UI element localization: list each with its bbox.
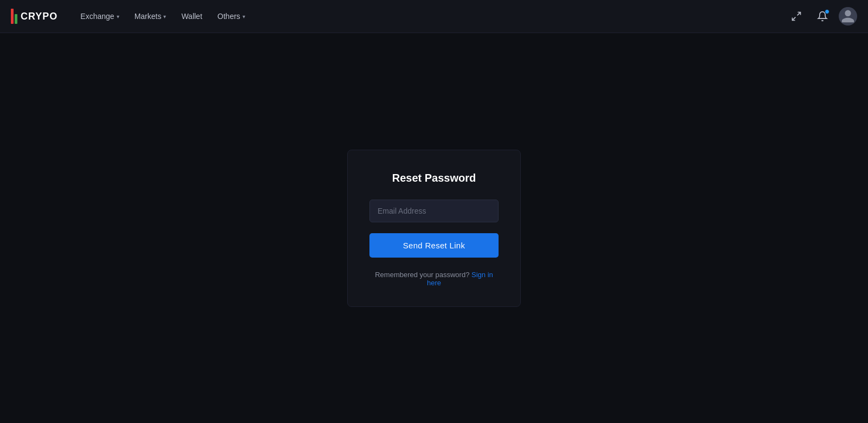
nav-item-wallet[interactable]: Wallet: [175, 8, 208, 25]
chevron-down-icon-others: ▾: [242, 14, 245, 20]
card-title: Reset Password: [392, 172, 476, 184]
nav-label-others: Others: [218, 12, 240, 21]
nav-item-others[interactable]: Others ▾: [211, 8, 252, 25]
nav-label-markets: Markets: [135, 12, 162, 21]
nav-item-exchange[interactable]: Exchange ▾: [74, 8, 125, 25]
logo-bar-red: [11, 9, 14, 24]
notification-button[interactable]: [813, 7, 832, 26]
notification-dot: [825, 9, 829, 14]
nav-label-exchange: Exchange: [80, 12, 114, 21]
remembered-password-text: Remembered your password? Sign in here: [369, 271, 499, 287]
logo-icon: [11, 9, 17, 24]
navbar: CRYPO Exchange ▾ Markets ▾ Wallet Others…: [0, 0, 868, 33]
svg-line-0: [797, 12, 801, 16]
send-reset-link-button[interactable]: Send Reset Link: [369, 233, 499, 258]
fullscreen-icon: [791, 11, 802, 22]
chevron-down-icon-markets: ▾: [163, 14, 166, 20]
user-icon: [840, 9, 856, 24]
nav-items: Exchange ▾ Markets ▾ Wallet Others ▾: [74, 8, 787, 25]
reset-password-card: Reset Password Send Reset Link Remembere…: [347, 150, 521, 307]
logo[interactable]: CRYPO: [11, 9, 58, 24]
svg-line-1: [793, 17, 796, 21]
nav-label-wallet: Wallet: [181, 12, 202, 21]
nav-right: [787, 7, 857, 26]
nav-item-markets[interactable]: Markets ▾: [128, 8, 173, 25]
main-content: Reset Password Send Reset Link Remembere…: [0, 33, 868, 423]
chevron-down-icon: ▾: [117, 14, 119, 20]
fullscreen-button[interactable]: [787, 7, 806, 26]
logo-text: CRYPO: [21, 11, 58, 22]
logo-bar-green: [15, 14, 17, 24]
avatar[interactable]: [839, 7, 857, 25]
email-input[interactable]: [369, 200, 499, 222]
